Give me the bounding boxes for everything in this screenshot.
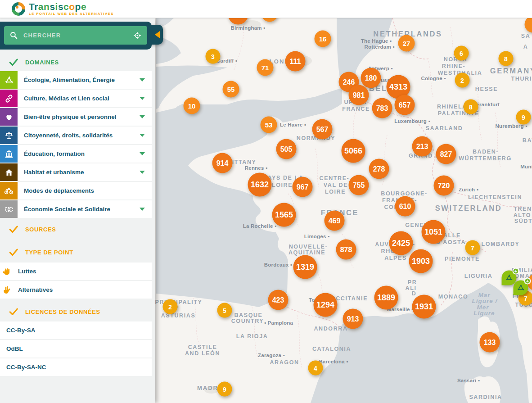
- cluster-marker[interactable]: 9: [516, 110, 531, 125]
- cluster-marker[interactable]: 3: [206, 49, 221, 64]
- cluster-marker[interactable]: 567: [312, 119, 333, 140]
- cluster-marker[interactable]: 878: [336, 240, 356, 260]
- section-heading-sources[interactable]: SOURCES: [0, 222, 155, 237]
- map-label: SWITZERLAND: [435, 204, 502, 213]
- sidebar-item-modes-deplacements[interactable]: Modes de déplacements: [0, 182, 152, 199]
- cluster-marker[interactable]: 111: [285, 51, 306, 72]
- section-label: LICENCES DE DONNÉES: [25, 308, 100, 315]
- cluster-marker[interactable]: 423: [268, 290, 289, 310]
- map-label: Cologne ▪: [421, 76, 446, 81]
- search-input[interactable]: [23, 32, 133, 39]
- map-label: FRANCE: [342, 106, 370, 112]
- cluster-marker[interactable]: 2: [455, 73, 470, 88]
- sidebar-item-licence-cc-by-sa-nc[interactable]: CC-By-SA-NC: [0, 358, 152, 376]
- map-label: Ligure: [473, 310, 495, 317]
- chevron-down-icon[interactable]: [140, 134, 145, 137]
- sidebar-item-ecologie[interactable]: Écologie, Alimentation, Énergie: [0, 71, 152, 89]
- cluster-marker[interactable]: 5066: [342, 139, 365, 163]
- map-label: TRENT: [514, 206, 532, 212]
- chevron-down-icon[interactable]: [140, 152, 145, 155]
- chevron-down-icon[interactable]: [140, 97, 145, 100]
- chevron-down-icon[interactable]: [140, 171, 145, 174]
- map-label: SARDINIA: [469, 394, 502, 400]
- cluster-marker[interactable]: 610: [395, 196, 415, 217]
- cluster-marker[interactable]: 213: [412, 136, 433, 157]
- sidebar-item-luttes[interactable]: Luttes: [0, 263, 152, 280]
- cluster-marker[interactable]: 5: [217, 303, 232, 318]
- cluster-marker[interactable]: 133: [480, 332, 500, 353]
- sidebar-item-bien-etre[interactable]: Bien-être physique et personnel: [0, 108, 152, 126]
- cluster-marker[interactable]: 1632: [248, 173, 272, 197]
- sidebar-item-economie-sociale[interactable]: Économie Sociale et Solidaire: [0, 200, 152, 218]
- map-label: AND LEÓN: [185, 350, 220, 357]
- check-icon: [9, 224, 18, 234]
- cluster-marker[interactable]: 913: [343, 309, 363, 329]
- cluster-marker[interactable]: [525, 16, 532, 33]
- search-bar: [4, 26, 147, 45]
- cluster-marker[interactable]: 4: [308, 361, 323, 376]
- check-icon: [9, 57, 18, 67]
- cluster-marker[interactable]: 16: [315, 31, 331, 47]
- sidebar-item-licence-cc-by-sa[interactable]: CC-By-SA: [0, 321, 152, 339]
- chevron-down-icon[interactable]: [140, 115, 145, 118]
- cluster-marker[interactable]: 180: [361, 68, 381, 88]
- section-heading-type-de-point[interactable]: TYPE DE POINT: [0, 244, 155, 260]
- map-label: ANDORRA: [314, 326, 347, 332]
- sidebar-item-habitat[interactable]: Habitat et urbanisme: [0, 163, 152, 181]
- sidebar-item-label: OdBL: [0, 345, 23, 352]
- cluster-marker[interactable]: 1931: [412, 295, 436, 319]
- sidebar-item-culture[interactable]: Culture, Médias et Lien social: [0, 90, 152, 107]
- cluster-marker[interactable]: 720: [434, 176, 454, 196]
- cluster-marker[interactable]: 914: [212, 153, 233, 173]
- map-label: ALPES: [384, 255, 407, 261]
- chevron-down-icon[interactable]: [140, 78, 145, 82]
- transiscope-logo[interactable]: Transiscope LE PORTAIL WEB DES ALTERNATI…: [12, 2, 114, 16]
- alternative-pin-marker[interactable]: +: [514, 281, 528, 295]
- cluster-marker[interactable]: 10: [184, 98, 200, 114]
- cluster-marker[interactable]: 657: [395, 95, 415, 115]
- cluster-marker[interactable]: 55: [223, 81, 239, 98]
- cluster-marker[interactable]: 505: [276, 139, 297, 159]
- map-label: D: [412, 290, 417, 297]
- cluster-marker[interactable]: 1294: [314, 293, 338, 317]
- cluster-marker[interactable]: 967: [293, 177, 313, 197]
- cluster-marker[interactable]: 7: [465, 240, 480, 255]
- cluster-marker[interactable]: 1565: [272, 203, 296, 227]
- map-label: ASTURIAS: [161, 312, 196, 319]
- chevron-down-icon[interactable]: [140, 208, 145, 211]
- cluster-marker[interactable]: 1051: [422, 220, 446, 244]
- map-label: BASQUE: [234, 312, 262, 318]
- cluster-marker[interactable]: 469: [325, 211, 345, 231]
- cluster-marker[interactable]: 8: [499, 51, 514, 66]
- sidebar-item-citoyennete[interactable]: Citoyenneté, droits, solidarités: [0, 127, 152, 144]
- cluster-marker[interactable]: 1903: [409, 249, 433, 273]
- map-label: HESSE: [475, 86, 498, 92]
- map-label: PRINCIPALITY: [155, 299, 202, 305]
- cluster-marker[interactable]: 1319: [293, 255, 317, 279]
- cluster-marker[interactable]: 9: [217, 382, 232, 397]
- section-heading-licences[interactable]: LICENCES DE DONNÉES: [0, 304, 155, 319]
- sidebar-item-education[interactable]: Éducation, formation: [0, 145, 152, 163]
- sidebar-item-alternatives[interactable]: Alternatives: [0, 281, 152, 299]
- cluster-marker[interactable]: 2425: [389, 231, 413, 255]
- cluster-marker[interactable]: 71: [257, 59, 274, 76]
- cluster-marker[interactable]: 6: [454, 46, 469, 61]
- cluster-marker[interactable]: 981: [349, 85, 369, 105]
- cluster-marker[interactable]: 8: [464, 100, 478, 114]
- cluster-marker[interactable]: 755: [349, 175, 369, 195]
- map-label: ARAGON: [270, 359, 299, 366]
- cluster-marker[interactable]: 783: [372, 98, 392, 118]
- section-heading-domaines[interactable]: DOMAINES: [0, 53, 155, 71]
- home-icon: [0, 163, 18, 181]
- collapse-arrow-icon: [155, 31, 160, 38]
- cluster-marker[interactable]: 1889: [374, 286, 398, 310]
- sidebar-item-label: Alternatives: [14, 286, 53, 293]
- cluster-marker[interactable]: 53: [261, 117, 277, 133]
- cluster-marker[interactable]: 27: [398, 35, 415, 52]
- locate-icon[interactable]: [133, 31, 142, 40]
- cluster-marker[interactable]: 827: [436, 144, 456, 164]
- sidebar-item-licence-odbl[interactable]: OdBL: [0, 340, 152, 358]
- transiscope-logo-icon: [12, 2, 25, 16]
- cluster-marker[interactable]: 2: [163, 299, 178, 314]
- cluster-marker[interactable]: 278: [369, 159, 389, 179]
